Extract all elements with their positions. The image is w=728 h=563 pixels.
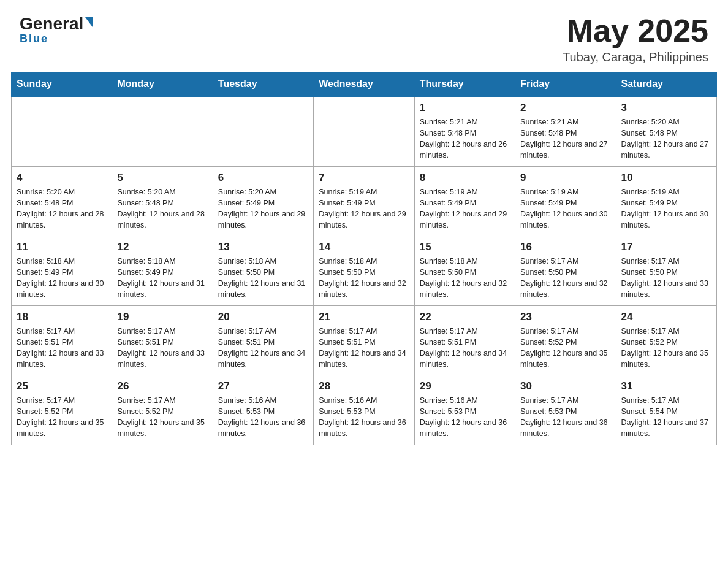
table-row: 11Sunrise: 5:18 AMSunset: 5:49 PMDayligh… bbox=[12, 236, 112, 306]
day-info: Sunrise: 5:17 AMSunset: 5:53 PMDaylight:… bbox=[520, 395, 610, 440]
day-number: 15 bbox=[420, 241, 510, 253]
day-number: 2 bbox=[520, 102, 610, 114]
day-number: 30 bbox=[520, 380, 610, 393]
day-info: Sunrise: 5:17 AMSunset: 5:51 PMDaylight:… bbox=[117, 326, 207, 370]
day-number: 29 bbox=[420, 380, 510, 393]
day-info: Sunrise: 5:17 AMSunset: 5:52 PMDaylight:… bbox=[621, 326, 711, 370]
day-info: Sunrise: 5:18 AMSunset: 5:49 PMDaylight:… bbox=[17, 256, 107, 301]
day-number: 7 bbox=[319, 172, 409, 184]
table-row: 21Sunrise: 5:17 AMSunset: 5:51 PMDayligh… bbox=[314, 305, 414, 375]
day-info: Sunrise: 5:16 AMSunset: 5:53 PMDaylight:… bbox=[420, 395, 510, 440]
calendar-week-row: 11Sunrise: 5:18 AMSunset: 5:49 PMDayligh… bbox=[12, 236, 717, 306]
day-number: 17 bbox=[621, 241, 711, 253]
day-info: Sunrise: 5:16 AMSunset: 5:53 PMDaylight:… bbox=[218, 395, 308, 440]
day-info: Sunrise: 5:18 AMSunset: 5:49 PMDaylight:… bbox=[117, 256, 207, 301]
table-row: 16Sunrise: 5:17 AMSunset: 5:50 PMDayligh… bbox=[515, 236, 616, 306]
table-row bbox=[112, 96, 213, 166]
day-number: 11 bbox=[17, 241, 107, 253]
table-row: 10Sunrise: 5:19 AMSunset: 5:49 PMDayligh… bbox=[616, 166, 716, 236]
day-info: Sunrise: 5:17 AMSunset: 5:51 PMDaylight:… bbox=[319, 326, 409, 370]
table-row: 1Sunrise: 5:21 AMSunset: 5:48 PMDaylight… bbox=[414, 96, 515, 166]
day-number: 25 bbox=[17, 380, 107, 393]
day-info: Sunrise: 5:18 AMSunset: 5:50 PMDaylight:… bbox=[218, 256, 308, 301]
col-tuesday: Tuesday bbox=[213, 72, 313, 97]
day-info: Sunrise: 5:17 AMSunset: 5:51 PMDaylight:… bbox=[420, 326, 510, 370]
day-number: 28 bbox=[319, 380, 409, 393]
table-row: 3Sunrise: 5:20 AMSunset: 5:48 PMDaylight… bbox=[616, 96, 716, 166]
table-row: 4Sunrise: 5:20 AMSunset: 5:48 PMDaylight… bbox=[12, 166, 112, 236]
table-row: 6Sunrise: 5:20 AMSunset: 5:49 PMDaylight… bbox=[213, 166, 313, 236]
day-number: 27 bbox=[218, 380, 308, 393]
day-number: 8 bbox=[420, 172, 510, 184]
day-info: Sunrise: 5:21 AMSunset: 5:48 PMDaylight:… bbox=[520, 117, 610, 161]
table-row: 29Sunrise: 5:16 AMSunset: 5:53 PMDayligh… bbox=[414, 375, 515, 445]
day-info: Sunrise: 5:17 AMSunset: 5:52 PMDaylight:… bbox=[117, 395, 207, 440]
table-row bbox=[213, 96, 313, 166]
day-info: Sunrise: 5:17 AMSunset: 5:50 PMDaylight:… bbox=[520, 256, 610, 301]
day-number: 12 bbox=[117, 241, 207, 253]
col-monday: Monday bbox=[112, 72, 213, 97]
day-info: Sunrise: 5:20 AMSunset: 5:49 PMDaylight:… bbox=[218, 186, 308, 231]
table-row: 17Sunrise: 5:17 AMSunset: 5:50 PMDayligh… bbox=[616, 236, 716, 306]
day-info: Sunrise: 5:16 AMSunset: 5:53 PMDaylight:… bbox=[319, 395, 409, 440]
table-row: 8Sunrise: 5:19 AMSunset: 5:49 PMDaylight… bbox=[414, 166, 515, 236]
day-number: 19 bbox=[117, 311, 207, 323]
table-row: 19Sunrise: 5:17 AMSunset: 5:51 PMDayligh… bbox=[112, 305, 213, 375]
day-number: 31 bbox=[621, 380, 711, 393]
table-row: 15Sunrise: 5:18 AMSunset: 5:50 PMDayligh… bbox=[414, 236, 515, 306]
table-row: 26Sunrise: 5:17 AMSunset: 5:52 PMDayligh… bbox=[112, 375, 213, 445]
day-info: Sunrise: 5:18 AMSunset: 5:50 PMDaylight:… bbox=[319, 256, 409, 301]
day-info: Sunrise: 5:17 AMSunset: 5:54 PMDaylight:… bbox=[621, 395, 711, 440]
day-info: Sunrise: 5:19 AMSunset: 5:49 PMDaylight:… bbox=[319, 186, 409, 231]
calendar-header-row: Sunday Monday Tuesday Wednesday Thursday… bbox=[12, 72, 717, 97]
table-row bbox=[12, 96, 112, 166]
day-info: Sunrise: 5:19 AMSunset: 5:49 PMDaylight:… bbox=[520, 186, 610, 231]
day-info: Sunrise: 5:17 AMSunset: 5:51 PMDaylight:… bbox=[17, 326, 107, 370]
col-thursday: Thursday bbox=[414, 72, 515, 97]
table-row bbox=[314, 96, 414, 166]
day-info: Sunrise: 5:20 AMSunset: 5:48 PMDaylight:… bbox=[117, 186, 207, 231]
logo: General Blue bbox=[20, 15, 93, 45]
table-row: 31Sunrise: 5:17 AMSunset: 5:54 PMDayligh… bbox=[616, 375, 716, 445]
table-row: 22Sunrise: 5:17 AMSunset: 5:51 PMDayligh… bbox=[414, 305, 515, 375]
calendar-table: Sunday Monday Tuesday Wednesday Thursday… bbox=[11, 72, 717, 445]
day-number: 21 bbox=[319, 311, 409, 323]
table-row: 27Sunrise: 5:16 AMSunset: 5:53 PMDayligh… bbox=[213, 375, 313, 445]
day-number: 4 bbox=[17, 172, 107, 184]
day-info: Sunrise: 5:18 AMSunset: 5:50 PMDaylight:… bbox=[420, 256, 510, 301]
day-info: Sunrise: 5:17 AMSunset: 5:52 PMDaylight:… bbox=[520, 326, 610, 370]
day-number: 10 bbox=[621, 172, 711, 184]
table-row: 18Sunrise: 5:17 AMSunset: 5:51 PMDayligh… bbox=[12, 305, 112, 375]
day-number: 9 bbox=[520, 172, 610, 184]
day-info: Sunrise: 5:20 AMSunset: 5:48 PMDaylight:… bbox=[621, 117, 711, 161]
day-number: 24 bbox=[621, 311, 711, 323]
calendar-week-row: 4Sunrise: 5:20 AMSunset: 5:48 PMDaylight… bbox=[12, 166, 717, 236]
day-number: 13 bbox=[218, 241, 308, 253]
table-row: 9Sunrise: 5:19 AMSunset: 5:49 PMDaylight… bbox=[515, 166, 616, 236]
col-sunday: Sunday bbox=[12, 72, 112, 97]
day-info: Sunrise: 5:20 AMSunset: 5:48 PMDaylight:… bbox=[17, 186, 107, 231]
day-number: 5 bbox=[117, 172, 207, 184]
day-number: 20 bbox=[218, 311, 308, 323]
calendar-week-row: 1Sunrise: 5:21 AMSunset: 5:48 PMDaylight… bbox=[12, 96, 717, 166]
logo-text: General bbox=[20, 15, 93, 34]
calendar-week-row: 25Sunrise: 5:17 AMSunset: 5:52 PMDayligh… bbox=[12, 375, 717, 445]
col-saturday: Saturday bbox=[616, 72, 716, 97]
table-row: 28Sunrise: 5:16 AMSunset: 5:53 PMDayligh… bbox=[314, 375, 414, 445]
table-row: 7Sunrise: 5:19 AMSunset: 5:49 PMDaylight… bbox=[314, 166, 414, 236]
day-info: Sunrise: 5:19 AMSunset: 5:49 PMDaylight:… bbox=[621, 186, 711, 231]
day-number: 14 bbox=[319, 241, 409, 253]
logo-blue: Blue bbox=[20, 33, 48, 45]
col-wednesday: Wednesday bbox=[314, 72, 414, 97]
day-number: 26 bbox=[117, 380, 207, 393]
page-header: General Blue May 2025 Tubay, Caraga, Phi… bbox=[0, 0, 728, 72]
day-number: 23 bbox=[520, 311, 610, 323]
calendar-week-row: 18Sunrise: 5:17 AMSunset: 5:51 PMDayligh… bbox=[12, 305, 717, 375]
day-number: 6 bbox=[218, 172, 308, 184]
table-row: 20Sunrise: 5:17 AMSunset: 5:51 PMDayligh… bbox=[213, 305, 313, 375]
table-row: 14Sunrise: 5:18 AMSunset: 5:50 PMDayligh… bbox=[314, 236, 414, 306]
table-row: 24Sunrise: 5:17 AMSunset: 5:52 PMDayligh… bbox=[616, 305, 716, 375]
month-title: May 2025 bbox=[563, 15, 708, 47]
location-title: Tubay, Caraga, Philippines bbox=[563, 50, 708, 64]
day-number: 16 bbox=[520, 241, 610, 253]
